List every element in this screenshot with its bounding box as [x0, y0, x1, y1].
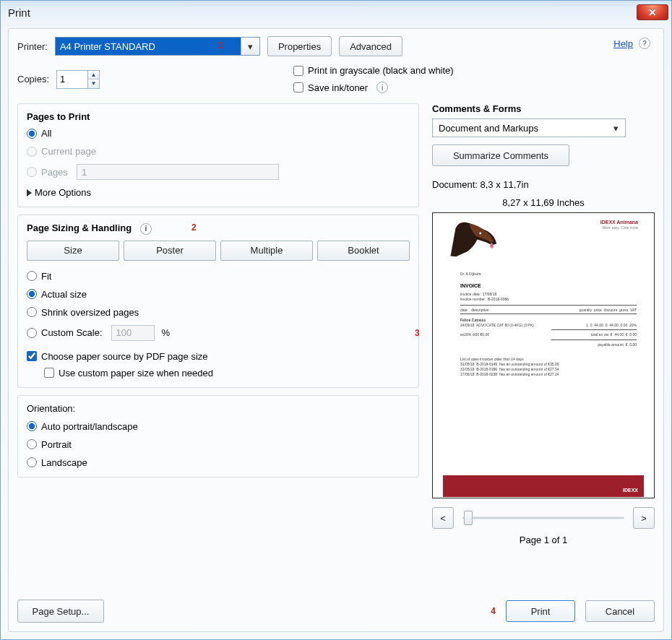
orient-auto-row[interactable]: Auto portrait/landscape	[27, 421, 410, 432]
copies-input[interactable]	[57, 71, 87, 88]
preview-page-size: 8,27 x 11,69 Inches	[432, 197, 655, 208]
preview-tagline: Work easy. Care more	[602, 225, 638, 230]
cancel-button[interactable]: Cancel	[585, 600, 655, 622]
close-button[interactable]: ✕	[637, 4, 668, 20]
help-info-icon[interactable]: ?	[639, 38, 650, 49]
svg-point-0	[479, 233, 481, 235]
preview-zoom-slider[interactable]	[462, 511, 624, 525]
copies-spinner[interactable]: ▲ ▼	[56, 70, 100, 89]
pages-heading: Pages to Print	[27, 111, 410, 122]
sizing-heading: Page Sizing & Handling i 2	[27, 222, 410, 235]
more-options-label: More Options	[35, 187, 91, 198]
copies-label: Copies:	[17, 74, 49, 85]
copies-up-icon[interactable]: ▲	[88, 71, 99, 80]
marker-1: 1	[218, 40, 223, 51]
custom-scale-row[interactable]: Custom Scale: 100 %	[27, 325, 410, 341]
saveink-row[interactable]: Save ink/toner i	[293, 82, 454, 93]
custom-scale-label: Custom Scale:	[41, 327, 103, 338]
saveink-checkbox[interactable]	[293, 82, 303, 92]
pages-current-radio	[27, 147, 37, 157]
print-button[interactable]: Print	[506, 600, 575, 622]
more-options-toggle[interactable]: More Options	[27, 187, 410, 198]
pages-to-print-group: Pages to Print All Current page Pages 1	[17, 103, 419, 207]
marker-2: 2	[191, 222, 197, 233]
pages-all-radio[interactable]	[27, 129, 37, 139]
page-setup-button[interactable]: Page Setup...	[17, 600, 104, 623]
pages-current-row: Current page	[27, 146, 410, 157]
orientation-heading: Orientation:	[27, 403, 410, 414]
dog-image-icon	[447, 218, 499, 259]
printer-select[interactable]: A4 Printer STANDARD 1 ▾	[55, 37, 260, 56]
pages-range-radio	[27, 167, 37, 177]
preview-next-button[interactable]: >	[633, 507, 655, 529]
orient-landscape-row[interactable]: Landscape	[27, 457, 410, 468]
shrink-radio[interactable]	[27, 307, 37, 317]
grayscale-label: Print in grayscale (black and white)	[308, 65, 454, 76]
actual-row[interactable]: Actual size	[27, 289, 410, 300]
sizing-group: Page Sizing & Handling i 2 Size Poster M…	[17, 215, 419, 388]
grayscale-checkbox[interactable]	[293, 66, 303, 76]
print-preview: IDEXX Animana Work easy. Care more Dr. A…	[432, 212, 655, 498]
dropdown-arrow-icon: ▾	[241, 38, 259, 55]
orient-portrait-radio[interactable]	[27, 439, 37, 449]
summarize-comments-button[interactable]: Summarize Comments	[432, 144, 569, 166]
use-custom-paper-label: Use custom paper size when needed	[59, 368, 213, 379]
orient-auto-radio[interactable]	[27, 421, 37, 431]
help-link[interactable]: Help	[613, 38, 633, 49]
properties-button[interactable]: Properties	[267, 36, 332, 56]
preview-brand: IDEXX Animana	[600, 220, 638, 225]
pages-range-input: 1	[77, 164, 279, 180]
comments-selected-value: Document and Markups	[439, 123, 538, 134]
use-custom-paper-checkbox[interactable]	[44, 368, 54, 378]
pages-current-label: Current page	[41, 146, 96, 157]
fit-label: Fit	[41, 271, 51, 282]
fit-row[interactable]: Fit	[27, 271, 410, 282]
window-title: Print	[8, 7, 30, 19]
size-segment-button[interactable]: Size	[27, 241, 119, 261]
orientation-group: Orientation: Auto portrait/landscape Por…	[17, 395, 419, 477]
poster-segment-button[interactable]: Poster	[124, 241, 216, 261]
printer-selected-value: A4 Printer STANDARD	[60, 41, 155, 52]
orient-landscape-label: Landscape	[41, 457, 87, 468]
custom-scale-unit: %	[162, 327, 171, 338]
grayscale-row[interactable]: Print in grayscale (black and white)	[293, 65, 454, 76]
custom-scale-radio[interactable]	[27, 328, 37, 338]
preview-page: IDEXX Animana Work easy. Care more Dr. A…	[443, 214, 644, 497]
booklet-segment-button[interactable]: Booklet	[317, 241, 410, 261]
preview-invoice-word: INVOICE	[460, 283, 481, 288]
fit-radio[interactable]	[27, 271, 37, 281]
orient-landscape-radio[interactable]	[27, 457, 37, 467]
saveink-info-icon[interactable]: i	[376, 82, 388, 93]
copies-down-icon[interactable]: ▼	[88, 79, 99, 88]
pages-range-row: Pages 1	[27, 164, 410, 180]
comments-select[interactable]: Document and Markups ▾	[432, 118, 626, 137]
printer-label: Printer:	[17, 41, 48, 52]
sizing-info-icon[interactable]: i	[140, 223, 152, 235]
pages-all-row[interactable]: All	[27, 128, 410, 139]
marker-4: 4	[491, 606, 496, 616]
orient-auto-label: Auto portrait/landscape	[41, 421, 138, 432]
page-counter: Page 1 of 1	[432, 535, 655, 545]
paper-source-row[interactable]: Choose paper source by PDF page size	[27, 351, 410, 362]
document-size-label: Document: 8,3 x 11,7in	[432, 179, 655, 190]
custom-scale-input: 100	[111, 325, 155, 341]
multiple-segment-button[interactable]: Multiple	[220, 241, 313, 261]
comments-heading: Comments & Forms	[432, 103, 655, 114]
preview-prev-button[interactable]: <	[432, 507, 454, 529]
paper-source-label: Choose paper source by PDF page size	[41, 351, 208, 362]
saveink-label: Save ink/toner	[308, 82, 368, 93]
use-custom-paper-row[interactable]: Use custom paper size when needed	[44, 368, 410, 379]
advanced-button[interactable]: Advanced	[339, 36, 402, 56]
dropdown-arrow-icon: ▾	[609, 121, 622, 134]
orient-portrait-row[interactable]: Portrait	[27, 439, 410, 450]
orient-portrait-label: Portrait	[41, 439, 72, 450]
shrink-label: Shrink oversized pages	[41, 307, 139, 318]
pages-all-label: All	[41, 128, 51, 139]
shrink-row[interactable]: Shrink oversized pages	[27, 307, 410, 318]
actual-radio[interactable]	[27, 289, 37, 299]
marker-3: 3	[415, 328, 420, 338]
paper-source-checkbox[interactable]	[27, 351, 37, 361]
slider-thumb[interactable]	[464, 511, 473, 525]
pages-range-label: Pages	[41, 167, 68, 178]
sizing-heading-text: Page Sizing & Handling	[27, 222, 132, 233]
